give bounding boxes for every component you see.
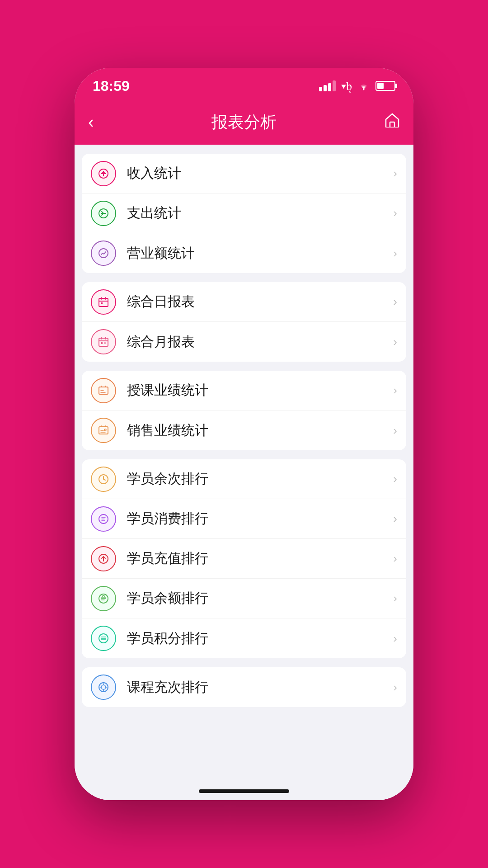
- menu-item-balance[interactable]: 学员余额排行 ›: [82, 579, 406, 618]
- chevron-icon: ›: [393, 295, 397, 309]
- phone-frame: 18:59 ▾ᶀ ‹ 报表分析: [75, 68, 413, 800]
- recharge-label: 学员充值排行: [127, 549, 393, 568]
- daily-icon: [91, 289, 116, 315]
- menu-item-points[interactable]: 学员积分排行 ›: [82, 618, 406, 658]
- chevron-icon: ›: [393, 166, 397, 180]
- section-performance: 授课业绩统计 › 销售业绩统计 ›: [82, 371, 406, 450]
- section-course-ranking: 课程充次排行 ›: [82, 667, 406, 707]
- points-icon: [91, 626, 116, 651]
- menu-item-remaining[interactable]: 学员余次排行 ›: [82, 459, 406, 499]
- expense-icon: [91, 201, 116, 226]
- chevron-icon: ›: [393, 552, 397, 566]
- teaching-icon: [91, 378, 116, 403]
- monthly-label: 综合月报表: [127, 333, 393, 351]
- chevron-icon: ›: [393, 512, 397, 526]
- svg-rect-9: [104, 342, 106, 344]
- menu-item-monthly[interactable]: 综合月报表 ›: [82, 322, 406, 362]
- status-icons: ▾ᶀ: [319, 79, 395, 93]
- section-student-ranking: 学员余次排行 › 学员消费排行 ›: [82, 459, 406, 658]
- svg-rect-5: [99, 298, 108, 307]
- course-rank-icon: [91, 675, 116, 700]
- menu-item-course-rank[interactable]: 课程充次排行 ›: [82, 667, 406, 707]
- svg-point-12: [104, 429, 106, 431]
- balance-icon: [91, 586, 116, 611]
- status-time: 18:59: [93, 78, 130, 94]
- chevron-icon: ›: [393, 632, 397, 646]
- menu-item-daily[interactable]: 综合日报表 ›: [82, 282, 406, 322]
- recharge-icon: [91, 546, 116, 571]
- menu-item-income[interactable]: 收入统计 ›: [82, 154, 406, 193]
- revenue-icon: [91, 241, 116, 266]
- chevron-icon: ›: [393, 246, 397, 260]
- svg-point-19: [101, 685, 106, 689]
- svg-point-4: [99, 249, 108, 258]
- consume-label: 学员消费排行: [127, 509, 393, 528]
- signal-icon: [319, 80, 336, 91]
- menu-item-recharge[interactable]: 学员充值排行 ›: [82, 539, 406, 579]
- home-indicator: [199, 789, 289, 793]
- chevron-icon: ›: [393, 591, 397, 605]
- chevron-icon: ›: [393, 335, 397, 349]
- chevron-icon: ›: [393, 383, 397, 397]
- expense-label: 支出统计: [127, 204, 393, 222]
- section-stats: 收入统计 › 支出统计 ›: [82, 154, 406, 273]
- menu-item-expense[interactable]: 支出统计 ›: [82, 193, 406, 233]
- svg-rect-1: [390, 122, 394, 127]
- monthly-icon: [91, 329, 116, 354]
- svg-point-0: [363, 89, 365, 90]
- page-title: 报表分析: [211, 111, 277, 133]
- chevron-icon: ›: [393, 206, 397, 220]
- menu-item-consume[interactable]: 学员消费排行 ›: [82, 499, 406, 539]
- course-rank-label: 课程充次排行: [127, 678, 393, 697]
- income-label: 收入统计: [127, 164, 393, 183]
- daily-label: 综合日报表: [127, 292, 393, 311]
- income-icon: [91, 161, 116, 186]
- svg-rect-8: [101, 342, 103, 344]
- menu-item-teaching[interactable]: 授课业绩统计 ›: [82, 371, 406, 410]
- section-reports: 综合日报表 › 综合月报表 ›: [82, 282, 406, 362]
- chevron-icon: ›: [393, 424, 397, 438]
- sales-icon: [91, 418, 116, 443]
- home-button[interactable]: [385, 113, 400, 131]
- battery-icon: [375, 81, 395, 91]
- wifi-icon: ▾ᶀ: [341, 79, 352, 93]
- consume-icon: [91, 506, 116, 532]
- remaining-icon: [91, 467, 116, 492]
- balance-label: 学员余额排行: [127, 589, 393, 608]
- remaining-label: 学员余次排行: [127, 470, 393, 488]
- content-area: 收入统计 › 支出统计 ›: [75, 145, 413, 782]
- menu-item-sales[interactable]: 销售业绩统计 ›: [82, 410, 406, 450]
- header: ‹ 报表分析: [75, 104, 413, 145]
- revenue-label: 营业额统计: [127, 244, 393, 263]
- chevron-icon: ›: [393, 680, 397, 694]
- wifi-icon-svg: [357, 81, 370, 91]
- back-button[interactable]: ‹: [88, 113, 94, 132]
- svg-rect-6: [101, 302, 103, 304]
- sales-label: 销售业绩统计: [127, 421, 393, 440]
- teaching-label: 授课业绩统计: [127, 381, 393, 400]
- status-bar: 18:59 ▾ᶀ: [75, 68, 413, 104]
- points-label: 学员积分排行: [127, 629, 393, 648]
- menu-item-revenue[interactable]: 营业额统计 ›: [82, 233, 406, 273]
- svg-rect-7: [99, 338, 108, 346]
- bottom-bar: [75, 782, 413, 800]
- chevron-icon: ›: [393, 472, 397, 486]
